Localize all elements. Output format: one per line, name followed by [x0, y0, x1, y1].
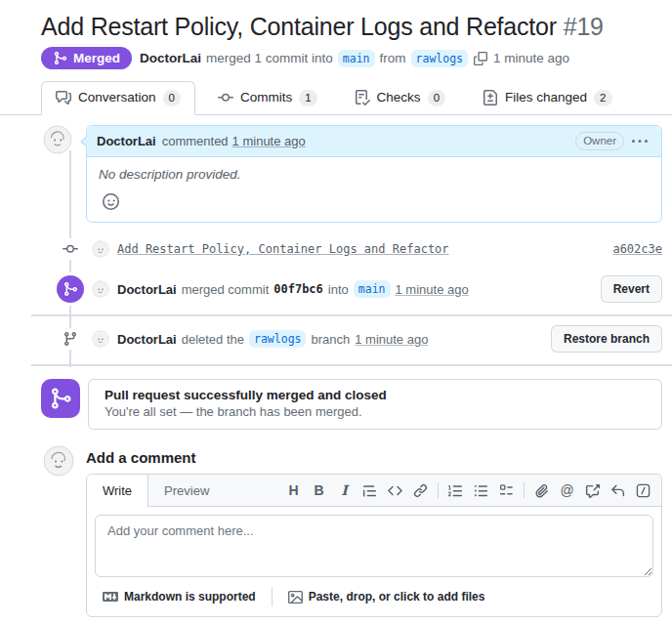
code-icon[interactable] — [383, 479, 407, 503]
pr-tabs: Conversation 0 Commits 1 Checks 0 Files … — [0, 81, 672, 115]
from-word: from — [380, 51, 406, 65]
comment-form: Write Preview H B I — [86, 474, 662, 617]
markdown-supported-label: Markdown is supported — [124, 590, 256, 604]
attach-files-button[interactable]: Paste, drop, or click to add files — [280, 586, 493, 608]
write-tab[interactable]: Write — [87, 475, 148, 507]
timeline-separator — [31, 364, 672, 366]
avatar[interactable] — [92, 240, 109, 258]
slash-command-icon[interactable] — [631, 479, 655, 503]
git-branch-icon — [57, 328, 84, 350]
pr-title-text: Add Restart Policy, Container Logs and R… — [41, 13, 557, 40]
pr-description-comment: DoctorLai commented 1 minute ago Owner N… — [41, 125, 662, 223]
bold-icon[interactable]: B — [307, 479, 331, 503]
tab-commits[interactable]: Commits 1 — [203, 81, 332, 115]
italic-icon[interactable]: I — [332, 479, 357, 503]
task-list-icon[interactable] — [494, 479, 519, 503]
tab-conversation[interactable]: Conversation 0 — [41, 81, 195, 115]
merge-summary: DoctorLai merged 1 commit into main from… — [140, 50, 569, 67]
file-diff-icon — [483, 90, 498, 105]
attach-files-label: Paste, drop, or click to add files — [309, 590, 485, 604]
avatar[interactable] — [43, 445, 74, 477]
comment-discussion-icon — [56, 90, 71, 105]
merge-description: merged 1 commit into — [206, 51, 333, 65]
tab-commits-count: 1 — [299, 90, 316, 106]
comment-input[interactable] — [95, 515, 653, 577]
merge-complete-box: Pull request successfully merged and clo… — [88, 379, 662, 430]
deleted-timestamp-link[interactable]: 1 minute ago — [355, 332, 428, 347]
heading-icon[interactable]: H — [281, 479, 306, 503]
image-icon — [288, 590, 303, 604]
head-branch-label[interactable]: rawlogs — [411, 50, 468, 67]
git-merge-icon — [53, 51, 67, 65]
git-commit-icon — [218, 90, 233, 105]
comment-timestamp-link[interactable]: 1 minute ago — [232, 134, 306, 148]
tab-commits-label: Commits — [240, 88, 292, 107]
avatar[interactable] — [43, 125, 72, 154]
tab-checks[interactable]: Checks 0 — [340, 81, 460, 115]
branch-deleted-text: DoctorLai deleted the rawlogs branch 1 m… — [117, 330, 428, 348]
event-author-link[interactable]: DoctorLai — [117, 282, 177, 297]
tab-conversation-count: 0 — [163, 90, 181, 106]
pr-header: Add Restart Policy, Container Logs and R… — [0, 0, 672, 69]
pr-merged-timestamp[interactable]: 1 minute ago — [493, 51, 569, 65]
no-description-text: No description provided. — [99, 167, 650, 182]
merge-complete-flash: Pull request successfully merged and clo… — [41, 379, 662, 430]
merged-status-badge: Merged — [41, 47, 132, 69]
timeline-separator — [31, 314, 672, 316]
mention-icon[interactable]: @ — [555, 479, 579, 503]
comment-form-footer: Markdown is supported Paste, drop, or cl… — [87, 585, 661, 616]
branch-word: branch — [311, 332, 350, 347]
pull-request-page: Add Restart Policy, Container Logs and R… — [0, 0, 672, 625]
link-icon[interactable] — [408, 479, 433, 503]
avatar[interactable] — [92, 280, 109, 298]
deleted-branch-label[interactable]: rawlogs — [249, 330, 306, 348]
pr-timeline: DoctorLai commented 1 minute ago Owner N… — [0, 115, 672, 625]
comment-form-header: Write Preview H B I — [87, 475, 661, 507]
merged-sha[interactable]: 00f7bc6 — [273, 282, 323, 296]
markdown-supported-button[interactable]: Markdown is supported — [95, 585, 264, 608]
reply-icon[interactable] — [606, 479, 630, 503]
tab-files-changed-count: 2 — [594, 90, 611, 106]
page-title: Add Restart Policy, Container Logs and R… — [41, 12, 662, 41]
revert-button[interactable]: Revert — [601, 275, 662, 303]
tab-checks-count: 0 — [428, 90, 445, 106]
ordered-list-icon[interactable] — [443, 479, 468, 503]
toolbar-divider — [438, 482, 439, 498]
commit-sha-link[interactable]: a602c3e — [612, 242, 662, 256]
tab-files-changed[interactable]: Files changed 2 — [468, 81, 626, 115]
merge-complete-subtitle: You're all set — the branch has been mer… — [105, 404, 646, 419]
preview-tab[interactable]: Preview — [148, 475, 225, 506]
merge-complete-title: Pull request successfully merged and clo… — [105, 388, 646, 402]
tab-checks-label: Checks — [377, 88, 421, 107]
comment-author-link[interactable]: DoctorLai — [97, 134, 156, 148]
merged-status-label: Merged — [73, 51, 120, 65]
avatar[interactable] — [92, 330, 109, 348]
copy-branch-button[interactable] — [473, 52, 488, 65]
base-branch-label[interactable]: main — [338, 50, 375, 67]
quote-icon[interactable] — [357, 479, 382, 503]
commit-message-link[interactable]: Add Restart Policy, Container Logs and R… — [117, 242, 449, 256]
event-author-link[interactable]: DoctorLai — [117, 332, 177, 347]
comment-options-button[interactable] — [628, 134, 651, 149]
add-comment-section: Add a comment Write Preview H B I — [41, 449, 662, 625]
pr-number: #19 — [564, 13, 604, 40]
merged-timestamp-link[interactable]: 1 minute ago — [396, 282, 469, 297]
attach-file-icon[interactable] — [529, 479, 554, 503]
pr-meta: Merged DoctorLai merged 1 commit into ma… — [41, 47, 662, 69]
smiley-icon — [103, 193, 119, 210]
comment-action-text: commented — [162, 134, 229, 148]
add-reaction-button[interactable] — [99, 189, 122, 213]
checklist-icon — [355, 90, 370, 105]
author-link[interactable]: DoctorLai — [140, 51, 201, 65]
cross-reference-icon[interactable] — [580, 479, 605, 503]
comment-header: DoctorLai commented 1 minute ago Owner — [87, 126, 661, 157]
comment-card: DoctorLai commented 1 minute ago Owner N… — [86, 125, 662, 223]
footer-divider — [272, 587, 273, 606]
comment-body: No description provided. — [87, 157, 661, 222]
restore-branch-button[interactable]: Restore branch — [551, 325, 662, 353]
base-branch-label[interactable]: main — [354, 280, 391, 298]
deleted-action-text: deleted the — [182, 332, 244, 347]
copy-icon — [474, 52, 487, 65]
unordered-list-icon[interactable] — [469, 479, 493, 503]
git-merge-icon — [57, 275, 84, 303]
